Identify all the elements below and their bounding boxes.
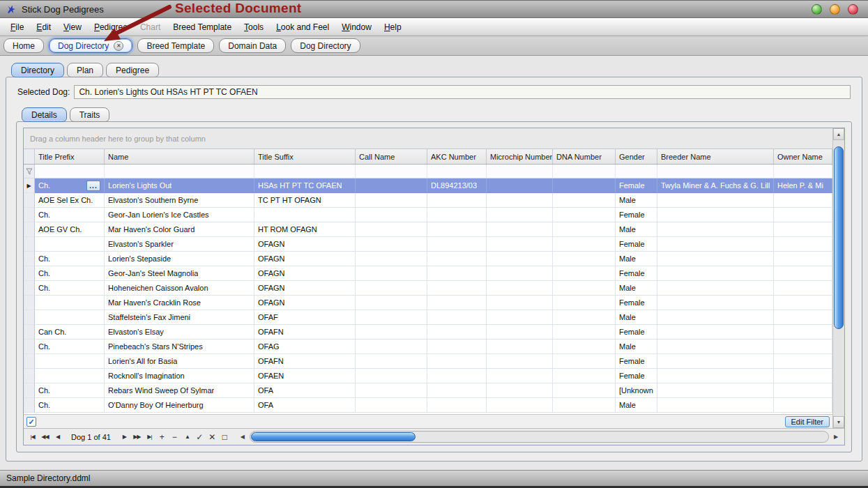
tab-traits[interactable]: Traits — [70, 107, 110, 122]
cell-breeder-name[interactable] — [657, 208, 774, 222]
cell-akc-number[interactable] — [427, 310, 487, 325]
cell-akc-number[interactable] — [427, 325, 487, 340]
cell-gender[interactable]: Female — [616, 208, 657, 222]
cell-title-suffix[interactable]: OFAGN — [254, 266, 356, 281]
cell-owner-name[interactable] — [774, 208, 832, 222]
vertical-scrollbar[interactable]: ▲ ▼ — [832, 128, 844, 428]
nav-first-icon[interactable]: |◀ — [27, 432, 38, 443]
edit-filter-button[interactable]: Edit Filter — [785, 416, 830, 427]
cell-breeder-name[interactable] — [657, 310, 774, 325]
cell-akc-number[interactable] — [427, 222, 487, 237]
cell-owner-name[interactable] — [774, 398, 832, 413]
cell-microchip-number[interactable] — [487, 178, 553, 193]
cell-owner-name[interactable] — [774, 193, 832, 208]
cell-breeder-name[interactable] — [657, 281, 774, 296]
cell-title-suffix[interactable]: TC PT HT OFAGN — [254, 193, 356, 208]
cell-breeder-name[interactable] — [657, 252, 774, 266]
cell-dna-number[interactable] — [553, 178, 616, 193]
cell-title-prefix[interactable]: Ch. — [35, 252, 105, 266]
cell-breeder-name[interactable] — [657, 193, 774, 208]
table-row-5[interactable]: Ch.Lorien's StepasideOFAGNMale — [24, 252, 832, 266]
cell-title-prefix[interactable]: Ch. — [35, 383, 105, 398]
menu-look-and-feel[interactable]: Look and Feel — [270, 20, 335, 35]
cell-breeder-name[interactable] — [657, 383, 774, 398]
cell-akc-number[interactable] — [427, 354, 487, 369]
menu-file[interactable]: File — [4, 20, 30, 35]
column-header-gender[interactable]: Gender — [616, 149, 657, 164]
cell-call-name[interactable] — [356, 354, 427, 369]
cell-owner-name[interactable] — [774, 310, 832, 325]
cell-akc-number[interactable] — [427, 340, 487, 354]
filter-cell-microchip-number[interactable] — [487, 165, 553, 178]
table-row-15[interactable]: Ch.O'Danny Boy Of HeinerburgOFAMale — [24, 398, 832, 413]
cell-microchip-number[interactable] — [487, 252, 553, 266]
cell-title-suffix[interactable]: OFAGN — [254, 296, 356, 310]
tab-plan[interactable]: Plan — [67, 63, 103, 77]
cell-dna-number[interactable] — [553, 369, 616, 383]
cell-owner-name[interactable] — [774, 369, 832, 383]
table-row-6[interactable]: Ch.Geor-Jan's Steel MagnoliaOFAGNFemale — [24, 266, 832, 281]
cell-title-prefix[interactable]: Ch. — [35, 340, 105, 354]
cell-title-suffix[interactable] — [254, 208, 356, 222]
cell-breeder-name[interactable] — [657, 296, 774, 310]
table-row-7[interactable]: Ch.Hoheneichen Caisson AvalonOFAGNMale — [24, 281, 832, 296]
cell-owner-name[interactable] — [774, 266, 832, 281]
column-header-owner-name[interactable]: Owner Name — [774, 149, 832, 164]
cell-call-name[interactable] — [356, 383, 427, 398]
cell-dna-number[interactable] — [553, 193, 616, 208]
cell-call-name[interactable] — [356, 222, 427, 237]
cell-microchip-number[interactable] — [487, 193, 553, 208]
cell-title-prefix[interactable]: Can Ch. — [35, 325, 105, 340]
nav-edit-icon[interactable]: ▲ — [182, 432, 192, 443]
cell-microchip-number[interactable] — [487, 340, 553, 354]
column-header-breeder-name[interactable]: Breeder Name — [657, 149, 774, 164]
cell-dna-number[interactable] — [553, 281, 616, 296]
filter-cell-dna-number[interactable] — [553, 165, 616, 178]
cell-owner-name[interactable] — [774, 237, 832, 252]
cell-dna-number[interactable] — [553, 222, 616, 237]
close-tab-icon[interactable]: ✕ — [114, 41, 123, 51]
nav-next-page-icon[interactable]: ▶▶ — [132, 432, 142, 443]
cell-name[interactable]: Geor-Jan's Steel Magnolia — [105, 266, 254, 281]
filter-cell-gender[interactable] — [616, 165, 657, 178]
cell-call-name[interactable] — [356, 398, 427, 413]
table-row-12[interactable]: Lorien's All for BasiaOFAFNFemale — [24, 354, 832, 369]
cell-name[interactable]: Elvaston's Sparkler — [105, 237, 254, 252]
menu-pedigree[interactable]: Pedigree — [88, 20, 134, 35]
document-tab-breed-template-2[interactable]: Breed Template — [137, 38, 214, 53]
cell-breeder-name[interactable]: Twyla Miner & A. Fuchs & G. Lilley — [657, 178, 774, 193]
cell-name[interactable]: Rebars Wind Sweep Of Sylmar — [105, 383, 254, 398]
cell-gender[interactable]: Female — [616, 369, 657, 383]
cell-title-prefix[interactable]: Ch. — [35, 266, 105, 281]
cell-dna-number[interactable] — [553, 237, 616, 252]
cell-dna-number[interactable] — [553, 310, 616, 325]
cell-breeder-name[interactable] — [657, 369, 774, 383]
menu-tools[interactable]: Tools — [238, 20, 270, 35]
table-row-1[interactable]: AOE Sel Ex Ch.Elvaston's Southern ByrneT… — [24, 193, 832, 208]
cell-akc-number[interactable]: DL894213/03 — [427, 178, 487, 193]
cell-title-suffix[interactable]: OFAFN — [254, 325, 356, 340]
column-header-name[interactable]: Name — [105, 149, 254, 164]
cell-gender[interactable]: Male — [616, 310, 657, 325]
filter-cell-akc-number[interactable] — [427, 165, 487, 178]
cell-breeder-name[interactable] — [657, 222, 774, 237]
nav-post-icon[interactable]: ✓ — [195, 432, 205, 443]
cell-breeder-name[interactable] — [657, 325, 774, 340]
ellipsis-editor-button[interactable]: ... — [86, 181, 100, 191]
cell-akc-number[interactable] — [427, 208, 487, 222]
maximize-button[interactable] — [830, 4, 840, 15]
table-row-11[interactable]: Ch.Pinebeach's Stars N'StripesOFAGMale — [24, 340, 832, 354]
cell-dna-number[interactable] — [553, 354, 616, 369]
cell-title-prefix[interactable] — [35, 354, 105, 369]
cell-gender[interactable]: Female — [616, 325, 657, 340]
cell-owner-name[interactable] — [774, 252, 832, 266]
cell-title-prefix[interactable]: AOE GV Ch. — [35, 222, 105, 237]
cell-owner-name[interactable] — [774, 281, 832, 296]
cell-microchip-number[interactable] — [487, 325, 553, 340]
scroll-up-icon[interactable]: ▲ — [833, 128, 844, 140]
cell-name[interactable]: Rocknoll's Imagination — [105, 369, 254, 383]
cell-name[interactable]: Lorien's Lights Out — [105, 178, 254, 193]
cell-akc-number[interactable] — [427, 369, 487, 383]
cell-title-prefix[interactable] — [35, 310, 105, 325]
nav-delete-icon[interactable]: − — [169, 432, 180, 443]
